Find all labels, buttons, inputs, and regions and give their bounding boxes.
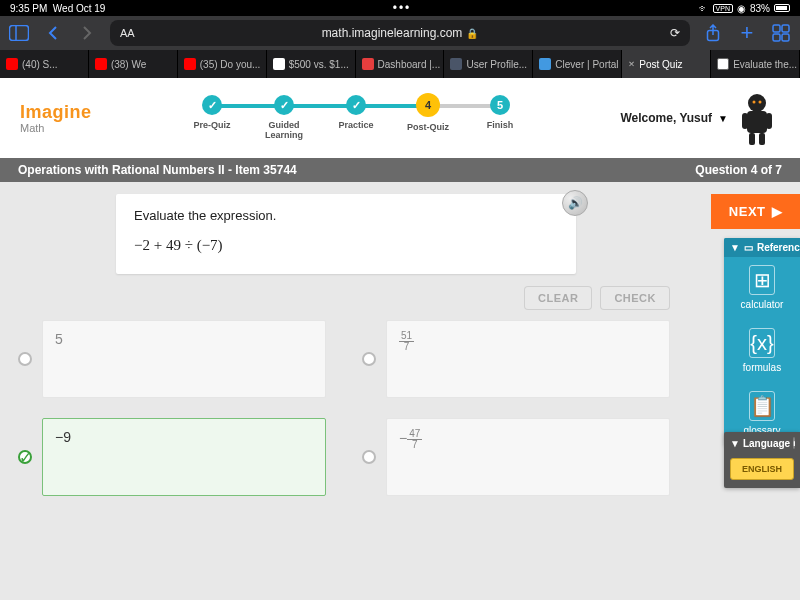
svg-rect-9 [742, 113, 748, 129]
browser-tab[interactable]: (40) S... [0, 50, 89, 78]
radio-checked-icon[interactable]: ✓ [18, 450, 32, 464]
ipad-status-bar: 9:35 PM Wed Oct 19 ••• ᯤ VPN ◉ 83% [0, 0, 800, 16]
status-handle: ••• [105, 1, 698, 15]
browser-tab[interactable]: (35) Do you... [178, 50, 267, 78]
forward-icon [76, 22, 98, 44]
clear-button[interactable]: CLEAR [524, 286, 592, 310]
brand-bottom: Math [20, 123, 92, 134]
browser-toolbar: AA math.imaginelearning.com 🔒 ⟳ + [0, 16, 800, 50]
favicon [362, 58, 374, 70]
info-icon[interactable]: i [793, 437, 795, 449]
language-english-button[interactable]: ENGLISH [730, 458, 794, 480]
welcome-text: Welcome, Yusuf [621, 111, 713, 125]
language-panel: ▼ Language i ENGLISH [724, 432, 800, 488]
radio-icon[interactable] [18, 352, 32, 366]
formulas-icon: {x} [749, 328, 775, 358]
browser-tab[interactable]: Dashboard |... [356, 50, 445, 78]
chevron-down-icon: ▼ [718, 113, 728, 124]
browser-tab[interactable]: User Profile... [444, 50, 533, 78]
reference-panel: ▼ ▭ Reference ⊞ calculator {x} formulas … [724, 238, 800, 446]
question-counter: Question 4 of 7 [695, 163, 782, 177]
lesson-title-bar: Operations with Rational Numbers II - It… [0, 158, 800, 182]
close-icon[interactable]: + [624, 57, 639, 72]
svg-point-13 [753, 101, 756, 104]
window-icon: ▭ [744, 242, 753, 253]
reference-formulas[interactable]: {x} formulas [724, 320, 800, 383]
audio-icon[interactable]: 🔊 [562, 190, 588, 216]
status-right: ᯤ VPN ◉ 83% [699, 3, 790, 14]
user-menu[interactable]: Welcome, Yusuf ▼ [621, 91, 781, 145]
brand-top: Imagine [20, 103, 92, 121]
question-expression: −2 + 49 ÷ (−7) [134, 237, 558, 254]
browser-tab[interactable]: (38) We [89, 50, 178, 78]
glossary-icon: 📋 [749, 391, 775, 421]
reload-icon[interactable]: ⟳ [670, 26, 680, 40]
progress-step-postquiz[interactable]: 4 [416, 93, 440, 117]
answer-option-c[interactable]: ✓ −9 [18, 418, 326, 496]
answer-card: 517 [386, 320, 670, 398]
answer-card: −477 [386, 418, 670, 496]
favicon [717, 58, 729, 70]
answer-card: 5 [42, 320, 326, 398]
lesson-title: Operations with Rational Numbers II - It… [18, 163, 297, 177]
battery-icon [774, 4, 790, 12]
avatar [734, 91, 780, 145]
favicon [273, 58, 285, 70]
progress-step-finish[interactable]: 5 [490, 95, 510, 115]
reference-calculator[interactable]: ⊞ calculator [724, 257, 800, 320]
answer-option-a[interactable]: 5 [18, 320, 326, 398]
language-header[interactable]: ▼ Language i [724, 432, 800, 454]
radio-icon[interactable] [362, 450, 376, 464]
answer-option-d[interactable]: −477 [362, 418, 670, 496]
progress-step-practice[interactable]: ✓ [346, 95, 366, 115]
svg-point-7 [748, 94, 766, 112]
clever-icon [539, 58, 551, 70]
url-bar[interactable]: AA math.imaginelearning.com 🔒 ⟳ [110, 20, 690, 46]
browser-tab-active[interactable]: +Post Quiz [622, 50, 711, 78]
next-button[interactable]: NEXT▶ [711, 194, 800, 229]
url-text: math.imaginelearning.com [322, 26, 463, 40]
question-prompt: Evaluate the expression. [134, 208, 558, 223]
reference-header[interactable]: ▼ ▭ Reference [724, 238, 800, 257]
battery-icon: ◉ [737, 3, 746, 14]
browser-tab[interactable]: $500 vs. $1... [267, 50, 356, 78]
answer-option-b[interactable]: 517 [362, 320, 670, 398]
content-area: 🔊 Evaluate the expression. −2 + 49 ÷ (−7… [0, 182, 800, 600]
calculator-icon: ⊞ [749, 265, 775, 295]
text-size-icon[interactable]: AA [120, 27, 135, 39]
favicon [450, 58, 462, 70]
browser-tab[interactable]: Evaluate the... [711, 50, 800, 78]
back-icon[interactable] [42, 22, 64, 44]
youtube-icon [6, 58, 18, 70]
tabs-overview-icon[interactable] [770, 22, 792, 44]
radio-icon[interactable] [362, 352, 376, 366]
svg-rect-12 [759, 133, 765, 145]
browser-tab[interactable]: Clever | Portal [533, 50, 622, 78]
svg-rect-6 [782, 34, 789, 41]
check-button[interactable]: CHECK [600, 286, 670, 310]
chevron-down-icon: ▼ [730, 438, 740, 449]
svg-rect-3 [773, 25, 780, 32]
tab-strip: (40) S... (38) We (35) Do you... $500 vs… [0, 50, 800, 78]
brand-logo[interactable]: Imagine Math [20, 103, 92, 134]
youtube-icon [184, 58, 196, 70]
progress-tracker: ✓Pre-Quiz ✓Guided Learning ✓Practice 4Po… [176, 95, 536, 141]
wifi-icon: ᯤ [699, 3, 709, 14]
svg-rect-8 [747, 111, 767, 133]
answer-grid: 5 517 ✓ −9 −477 [18, 320, 670, 496]
progress-step-prequiz[interactable]: ✓ [202, 95, 222, 115]
sidebar-toggle-icon[interactable] [8, 22, 30, 44]
play-icon: ▶ [772, 204, 783, 219]
svg-rect-11 [749, 133, 755, 145]
svg-rect-0 [10, 26, 29, 41]
new-tab-icon[interactable]: + [736, 22, 758, 44]
answer-card-selected: −9 [42, 418, 326, 496]
progress-step-guided[interactable]: ✓ [274, 95, 294, 115]
svg-rect-5 [773, 34, 780, 41]
app-header: Imagine Math ✓Pre-Quiz ✓Guided Learning … [0, 78, 800, 158]
share-icon[interactable] [702, 22, 724, 44]
youtube-icon [95, 58, 107, 70]
question-card: 🔊 Evaluate the expression. −2 + 49 ÷ (−7… [116, 194, 576, 274]
svg-rect-4 [782, 25, 789, 32]
svg-point-14 [759, 101, 762, 104]
